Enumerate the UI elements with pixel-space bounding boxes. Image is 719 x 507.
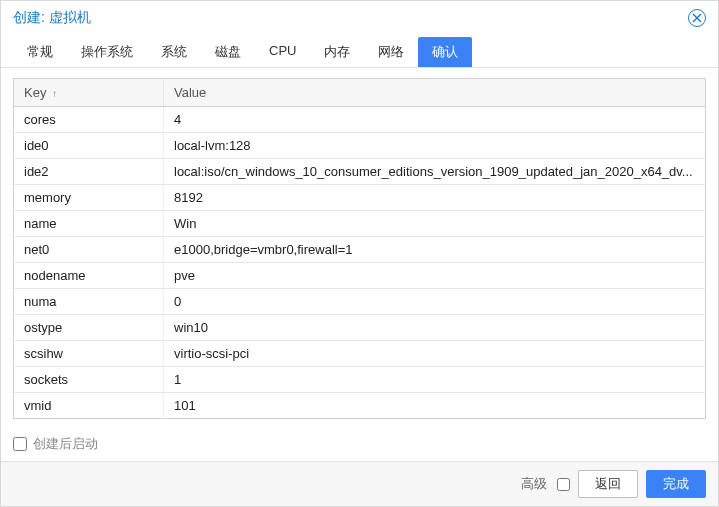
tab-0[interactable]: 常规 [13, 37, 67, 67]
advanced-label: 高级 [521, 475, 547, 493]
cell-value: local-lvm:128 [164, 133, 706, 159]
close-button[interactable] [688, 9, 706, 27]
cell-value: pve [164, 263, 706, 289]
dialog-title: 创建: 虚拟机 [13, 9, 91, 27]
create-vm-dialog: 创建: 虚拟机 常规操作系统系统磁盘CPU内存网络确认 Key ↑ Value [0, 0, 719, 507]
tab-5[interactable]: 内存 [310, 37, 364, 67]
cell-key: ostype [14, 315, 164, 341]
advanced-checkbox[interactable] [557, 478, 570, 491]
titlebar: 创建: 虚拟机 [1, 1, 718, 33]
tab-4[interactable]: CPU [255, 37, 310, 67]
dialog-footer: 高级 返回 完成 [1, 461, 718, 506]
table-row[interactable]: nameWin [14, 211, 706, 237]
tab-6[interactable]: 网络 [364, 37, 418, 67]
table-row[interactable]: nodenamepve [14, 263, 706, 289]
cell-key: scsihw [14, 341, 164, 367]
header-value-label: Value [174, 85, 206, 100]
cell-key: sockets [14, 367, 164, 393]
close-icon [692, 13, 702, 23]
cell-key: numa [14, 289, 164, 315]
cell-value: 4 [164, 107, 706, 133]
table-row[interactable]: memory8192 [14, 185, 706, 211]
cell-key: net0 [14, 237, 164, 263]
wizard-tabs: 常规操作系统系统磁盘CPU内存网络确认 [1, 33, 718, 68]
table-header-key[interactable]: Key ↑ [14, 79, 164, 107]
back-button[interactable]: 返回 [578, 470, 638, 498]
cell-value: 0 [164, 289, 706, 315]
sort-asc-icon: ↑ [52, 88, 57, 99]
table-row[interactable]: net0e1000,bridge=vmbr0,firewall=1 [14, 237, 706, 263]
cell-key: vmid [14, 393, 164, 419]
tab-2[interactable]: 系统 [147, 37, 201, 67]
start-after-create-checkbox[interactable] [13, 437, 27, 451]
start-after-create-row: 创建后启动 [1, 427, 718, 461]
cell-value: local:iso/cn_windows_10_consumer_edition… [164, 159, 706, 185]
cell-value: win10 [164, 315, 706, 341]
table-header-value[interactable]: Value [164, 79, 706, 107]
table-row[interactable]: ide0local-lvm:128 [14, 133, 706, 159]
start-after-create-label[interactable]: 创建后启动 [33, 435, 98, 453]
table-row[interactable]: vmid101 [14, 393, 706, 419]
content-area: Key ↑ Value cores4ide0local-lvm:128ide2l… [1, 68, 718, 427]
table-row[interactable]: numa0 [14, 289, 706, 315]
header-key-label: Key [24, 85, 46, 100]
cell-value: e1000,bridge=vmbr0,firewall=1 [164, 237, 706, 263]
table-row[interactable]: ide2local:iso/cn_windows_10_consumer_edi… [14, 159, 706, 185]
tab-7[interactable]: 确认 [418, 37, 472, 67]
table-row[interactable]: cores4 [14, 107, 706, 133]
cell-key: ide0 [14, 133, 164, 159]
table-row[interactable]: sockets1 [14, 367, 706, 393]
tab-1[interactable]: 操作系统 [67, 37, 147, 67]
tab-3[interactable]: 磁盘 [201, 37, 255, 67]
cell-key: name [14, 211, 164, 237]
cell-key: cores [14, 107, 164, 133]
summary-table: Key ↑ Value cores4ide0local-lvm:128ide2l… [13, 78, 706, 419]
cell-value: Win [164, 211, 706, 237]
cell-key: nodename [14, 263, 164, 289]
finish-button[interactable]: 完成 [646, 470, 706, 498]
cell-value: 101 [164, 393, 706, 419]
cell-value: virtio-scsi-pci [164, 341, 706, 367]
table-row[interactable]: ostypewin10 [14, 315, 706, 341]
cell-value: 1 [164, 367, 706, 393]
cell-key: memory [14, 185, 164, 211]
cell-key: ide2 [14, 159, 164, 185]
cell-value: 8192 [164, 185, 706, 211]
table-row[interactable]: scsihwvirtio-scsi-pci [14, 341, 706, 367]
